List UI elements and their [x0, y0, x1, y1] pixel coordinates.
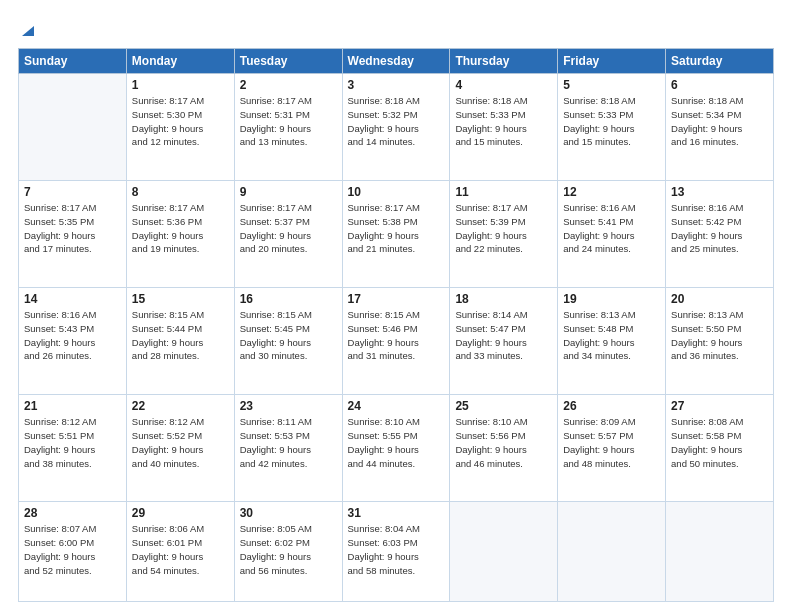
calendar-cell: 16Sunrise: 8:15 AM Sunset: 5:45 PM Dayli…	[234, 288, 342, 395]
day-info: Sunrise: 8:06 AM Sunset: 6:01 PM Dayligh…	[132, 522, 229, 577]
day-number: 18	[455, 292, 552, 306]
weekday-header-saturday: Saturday	[666, 49, 774, 74]
calendar-cell: 11Sunrise: 8:17 AM Sunset: 5:39 PM Dayli…	[450, 181, 558, 288]
day-number: 7	[24, 185, 121, 199]
day-info: Sunrise: 8:10 AM Sunset: 5:55 PM Dayligh…	[348, 415, 445, 470]
calendar-cell: 7Sunrise: 8:17 AM Sunset: 5:35 PM Daylig…	[19, 181, 127, 288]
calendar-cell: 25Sunrise: 8:10 AM Sunset: 5:56 PM Dayli…	[450, 395, 558, 502]
calendar-cell: 30Sunrise: 8:05 AM Sunset: 6:02 PM Dayli…	[234, 502, 342, 602]
day-info: Sunrise: 8:17 AM Sunset: 5:39 PM Dayligh…	[455, 201, 552, 256]
calendar-cell: 4Sunrise: 8:18 AM Sunset: 5:33 PM Daylig…	[450, 74, 558, 181]
calendar-cell: 21Sunrise: 8:12 AM Sunset: 5:51 PM Dayli…	[19, 395, 127, 502]
day-number: 3	[348, 78, 445, 92]
weekday-header-wednesday: Wednesday	[342, 49, 450, 74]
day-number: 6	[671, 78, 768, 92]
logo	[18, 22, 36, 40]
week-row-2: 7Sunrise: 8:17 AM Sunset: 5:35 PM Daylig…	[19, 181, 774, 288]
day-number: 8	[132, 185, 229, 199]
calendar-cell: 23Sunrise: 8:11 AM Sunset: 5:53 PM Dayli…	[234, 395, 342, 502]
weekday-header-row: SundayMondayTuesdayWednesdayThursdayFrid…	[19, 49, 774, 74]
day-number: 4	[455, 78, 552, 92]
calendar-cell: 12Sunrise: 8:16 AM Sunset: 5:41 PM Dayli…	[558, 181, 666, 288]
day-number: 28	[24, 506, 121, 520]
weekday-header-sunday: Sunday	[19, 49, 127, 74]
weekday-header-tuesday: Tuesday	[234, 49, 342, 74]
day-info: Sunrise: 8:15 AM Sunset: 5:44 PM Dayligh…	[132, 308, 229, 363]
day-number: 17	[348, 292, 445, 306]
day-info: Sunrise: 8:12 AM Sunset: 5:51 PM Dayligh…	[24, 415, 121, 470]
day-info: Sunrise: 8:18 AM Sunset: 5:33 PM Dayligh…	[455, 94, 552, 149]
day-number: 5	[563, 78, 660, 92]
day-info: Sunrise: 8:08 AM Sunset: 5:58 PM Dayligh…	[671, 415, 768, 470]
calendar-cell	[558, 502, 666, 602]
day-number: 11	[455, 185, 552, 199]
day-number: 25	[455, 399, 552, 413]
calendar-cell: 13Sunrise: 8:16 AM Sunset: 5:42 PM Dayli…	[666, 181, 774, 288]
calendar-cell: 18Sunrise: 8:14 AM Sunset: 5:47 PM Dayli…	[450, 288, 558, 395]
day-info: Sunrise: 8:16 AM Sunset: 5:42 PM Dayligh…	[671, 201, 768, 256]
day-info: Sunrise: 8:17 AM Sunset: 5:35 PM Dayligh…	[24, 201, 121, 256]
day-number: 10	[348, 185, 445, 199]
day-info: Sunrise: 8:13 AM Sunset: 5:48 PM Dayligh…	[563, 308, 660, 363]
calendar-cell: 6Sunrise: 8:18 AM Sunset: 5:34 PM Daylig…	[666, 74, 774, 181]
calendar-cell: 5Sunrise: 8:18 AM Sunset: 5:33 PM Daylig…	[558, 74, 666, 181]
calendar-cell: 31Sunrise: 8:04 AM Sunset: 6:03 PM Dayli…	[342, 502, 450, 602]
week-row-1: 1Sunrise: 8:17 AM Sunset: 5:30 PM Daylig…	[19, 74, 774, 181]
day-info: Sunrise: 8:17 AM Sunset: 5:38 PM Dayligh…	[348, 201, 445, 256]
day-info: Sunrise: 8:09 AM Sunset: 5:57 PM Dayligh…	[563, 415, 660, 470]
day-number: 1	[132, 78, 229, 92]
calendar-cell: 27Sunrise: 8:08 AM Sunset: 5:58 PM Dayli…	[666, 395, 774, 502]
calendar-cell: 3Sunrise: 8:18 AM Sunset: 5:32 PM Daylig…	[342, 74, 450, 181]
day-number: 29	[132, 506, 229, 520]
calendar-cell: 22Sunrise: 8:12 AM Sunset: 5:52 PM Dayli…	[126, 395, 234, 502]
day-info: Sunrise: 8:17 AM Sunset: 5:36 PM Dayligh…	[132, 201, 229, 256]
day-info: Sunrise: 8:18 AM Sunset: 5:34 PM Dayligh…	[671, 94, 768, 149]
weekday-header-thursday: Thursday	[450, 49, 558, 74]
calendar-cell	[19, 74, 127, 181]
calendar-cell: 2Sunrise: 8:17 AM Sunset: 5:31 PM Daylig…	[234, 74, 342, 181]
day-number: 31	[348, 506, 445, 520]
day-info: Sunrise: 8:05 AM Sunset: 6:02 PM Dayligh…	[240, 522, 337, 577]
day-number: 23	[240, 399, 337, 413]
weekday-header-monday: Monday	[126, 49, 234, 74]
day-number: 21	[24, 399, 121, 413]
day-info: Sunrise: 8:07 AM Sunset: 6:00 PM Dayligh…	[24, 522, 121, 577]
calendar-cell: 20Sunrise: 8:13 AM Sunset: 5:50 PM Dayli…	[666, 288, 774, 395]
svg-marker-0	[22, 26, 34, 36]
day-number: 22	[132, 399, 229, 413]
day-info: Sunrise: 8:17 AM Sunset: 5:37 PM Dayligh…	[240, 201, 337, 256]
calendar-cell: 1Sunrise: 8:17 AM Sunset: 5:30 PM Daylig…	[126, 74, 234, 181]
day-number: 20	[671, 292, 768, 306]
calendar-page: SundayMondayTuesdayWednesdayThursdayFrid…	[0, 0, 792, 612]
logo-icon	[20, 22, 36, 38]
calendar-cell: 24Sunrise: 8:10 AM Sunset: 5:55 PM Dayli…	[342, 395, 450, 502]
calendar-cell: 9Sunrise: 8:17 AM Sunset: 5:37 PM Daylig…	[234, 181, 342, 288]
calendar-cell: 17Sunrise: 8:15 AM Sunset: 5:46 PM Dayli…	[342, 288, 450, 395]
calendar-table: SundayMondayTuesdayWednesdayThursdayFrid…	[18, 48, 774, 602]
day-info: Sunrise: 8:11 AM Sunset: 5:53 PM Dayligh…	[240, 415, 337, 470]
day-info: Sunrise: 8:16 AM Sunset: 5:41 PM Dayligh…	[563, 201, 660, 256]
day-number: 24	[348, 399, 445, 413]
day-info: Sunrise: 8:04 AM Sunset: 6:03 PM Dayligh…	[348, 522, 445, 577]
weekday-header-friday: Friday	[558, 49, 666, 74]
page-header	[18, 18, 774, 40]
calendar-cell: 26Sunrise: 8:09 AM Sunset: 5:57 PM Dayli…	[558, 395, 666, 502]
day-number: 14	[24, 292, 121, 306]
day-number: 2	[240, 78, 337, 92]
calendar-cell	[666, 502, 774, 602]
day-number: 12	[563, 185, 660, 199]
week-row-4: 21Sunrise: 8:12 AM Sunset: 5:51 PM Dayli…	[19, 395, 774, 502]
day-number: 15	[132, 292, 229, 306]
day-info: Sunrise: 8:15 AM Sunset: 5:45 PM Dayligh…	[240, 308, 337, 363]
day-number: 27	[671, 399, 768, 413]
calendar-cell: 15Sunrise: 8:15 AM Sunset: 5:44 PM Dayli…	[126, 288, 234, 395]
week-row-3: 14Sunrise: 8:16 AM Sunset: 5:43 PM Dayli…	[19, 288, 774, 395]
day-info: Sunrise: 8:15 AM Sunset: 5:46 PM Dayligh…	[348, 308, 445, 363]
day-info: Sunrise: 8:17 AM Sunset: 5:31 PM Dayligh…	[240, 94, 337, 149]
day-number: 19	[563, 292, 660, 306]
day-number: 30	[240, 506, 337, 520]
day-info: Sunrise: 8:13 AM Sunset: 5:50 PM Dayligh…	[671, 308, 768, 363]
day-number: 9	[240, 185, 337, 199]
calendar-cell	[450, 502, 558, 602]
calendar-cell: 19Sunrise: 8:13 AM Sunset: 5:48 PM Dayli…	[558, 288, 666, 395]
